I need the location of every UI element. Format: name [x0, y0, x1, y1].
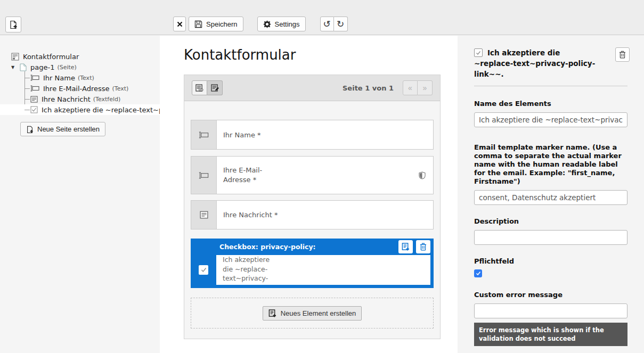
form-structure-sidebar: Kontaktformular ▼ page-1 (Seite) Ihr Nam… — [0, 36, 160, 353]
trash-icon — [619, 51, 626, 59]
element-checkbox-checked[interactable] — [199, 265, 208, 275]
new-page-icon — [26, 126, 34, 133]
delete-element-button[interactable] — [615, 47, 630, 62]
next-page-button[interactable]: » — [418, 80, 433, 95]
description-field-label: Description — [474, 217, 627, 226]
form-element-ihr-name[interactable]: Ihr Name * — [191, 120, 434, 150]
tree-item-type: (Text) — [78, 75, 94, 81]
text-input-icon — [199, 172, 209, 179]
name-field-label: Name des Elements — [474, 100, 627, 108]
tree-item-label: Ihr Name — [43, 74, 75, 82]
element-name-input[interactable] — [474, 112, 627, 127]
tree-item-label: Ihre E-Mail-Adresse — [43, 85, 110, 93]
error-message-field-label: Custom error message — [474, 291, 627, 299]
tree-item-ihr-name[interactable]: Ihr Name (Text) — [0, 72, 160, 83]
text-input-icon — [30, 75, 39, 81]
required-field-label: Pflichtfeld — [474, 257, 627, 266]
form-panel-header: Seite 1 von 1 « » — [184, 75, 440, 101]
element-tree: Kontaktformular ▼ page-1 (Seite) Ihr Nam… — [0, 36, 160, 136]
form-icon — [11, 53, 19, 61]
element-inspector: Ich akzeptiere die ~replace-text~privacy… — [458, 36, 644, 353]
drag-handle[interactable] — [191, 157, 217, 194]
tree-item-ihre-email-adresse[interactable]: Ihre E-Mail-Adresse (Text) — [0, 83, 160, 94]
textarea-icon — [30, 96, 38, 103]
undo-button[interactable]: ↺ — [320, 17, 334, 31]
view-mode-toggle — [192, 80, 223, 95]
page-title: Kontaktformular — [184, 47, 296, 63]
insert-element-button[interactable] — [398, 240, 413, 253]
text-input-icon — [199, 132, 209, 138]
document-pencil-icon — [211, 84, 219, 92]
save-button[interactable]: Speichern — [189, 17, 243, 31]
custom-error-input[interactable] — [474, 303, 627, 318]
tree-item-ihre-nachricht[interactable]: Ihre Nachricht (Textfeld) — [0, 94, 160, 104]
close-icon — [177, 21, 183, 27]
caret-down-icon[interactable]: ▼ — [11, 65, 20, 70]
form-canvas: Kontaktformular Seite 1 von 1 « — [160, 36, 458, 353]
element-preview-text: Ich akzeptiere die ~replace- text~privac… — [216, 255, 430, 285]
tree-children: Ihr Name (Text) Ihre E-Mail-Adresse (Tex… — [0, 72, 160, 115]
tree-item-form-root[interactable]: Kontaktformular — [0, 51, 160, 62]
inspector-header: Ich akzeptiere die ~replace-text~privacy… — [474, 47, 627, 79]
redo-button[interactable]: ↻ — [334, 17, 348, 31]
new-element-button[interactable]: Neues Element erstellen — [263, 306, 362, 321]
tree-item-privacy-checkbox[interactable]: Ich akzeptiere die ~replace-text~privacy… — [0, 104, 160, 115]
element-checked-checkbox[interactable] — [474, 48, 483, 57]
new-form-button[interactable] — [5, 17, 21, 32]
tree-item-page-1[interactable]: ▼ page-1 (Seite) — [0, 62, 160, 72]
required-checkbox-checked[interactable] — [474, 269, 482, 277]
drag-handle[interactable] — [191, 120, 217, 149]
element-label: Ihr Name * — [223, 131, 261, 139]
email-marker-input[interactable] — [474, 190, 627, 205]
gear-icon — [263, 20, 271, 28]
drag-handle[interactable] — [191, 201, 217, 229]
pagination: Seite 1 von 1 « » — [343, 80, 433, 95]
chevron-right-icon: » — [423, 84, 427, 92]
tree-root-label: Kontaktformular — [23, 53, 79, 61]
new-element-icon — [402, 243, 410, 251]
trash-icon — [420, 243, 427, 251]
form-element-ihre-nachricht[interactable]: Ihre Nachricht * — [191, 200, 434, 229]
preview-mode-button[interactable] — [192, 80, 207, 95]
top-toolbar: Speichern Settings ↺ ↻ — [0, 0, 644, 35]
document-eye-icon — [195, 84, 203, 92]
page-indicator: Seite 1 von 1 — [343, 84, 394, 92]
previous-page-button[interactable]: « — [403, 80, 418, 95]
redo-icon: ↻ — [337, 19, 344, 30]
element-label: Ihre Nachricht * — [223, 211, 278, 219]
settings-button[interactable]: Settings — [257, 17, 306, 31]
error-message-tooltip: Error message which is shown if the vali… — [474, 323, 627, 346]
textarea-icon — [200, 211, 208, 219]
form-element-ihre-email[interactable]: Ihre E-Mail-Adresse * — [191, 156, 434, 194]
tree-page-label: page-1 — [30, 63, 54, 71]
tree-item-label: Ihre Nachricht — [42, 95, 91, 103]
save-label: Speichern — [206, 20, 238, 28]
new-element-dropzone[interactable]: Neues Element erstellen — [191, 298, 434, 329]
divider — [474, 86, 627, 86]
undo-redo-group: ↺ ↻ — [320, 17, 348, 31]
chevron-left-icon: « — [408, 84, 412, 92]
tree-page-type: (Seite) — [57, 64, 76, 71]
new-page-icon — [9, 20, 18, 29]
tree-item-type: (Text) — [112, 85, 129, 92]
save-icon — [194, 20, 202, 28]
close-button[interactable] — [173, 17, 186, 31]
new-page-button[interactable]: Neue Seite erstellen — [20, 122, 105, 136]
settings-label: Settings — [275, 20, 300, 28]
element-label: Ihre E-Mail-Adresse * — [223, 166, 283, 185]
new-element-icon — [268, 309, 276, 317]
checkbox-icon — [30, 106, 38, 113]
form-panel: Seite 1 von 1 « » Ihr Name * — [184, 75, 441, 339]
new-page-label: Neue Seite erstellen — [37, 125, 100, 133]
new-element-label: Neues Element erstellen — [281, 309, 356, 317]
page-icon — [20, 63, 27, 71]
marker-field-label: Email template marker name. (Use a comma… — [474, 143, 627, 186]
form-elements-area: Ihr Name * Ihre E-Mail-Adresse * — [184, 101, 440, 329]
delete-element-button[interactable] — [416, 240, 430, 253]
edit-mode-button[interactable] — [207, 80, 223, 95]
shield-icon — [419, 171, 426, 179]
tree-item-label: Ich akzeptiere die ~replace-text~privacy… — [42, 106, 160, 114]
form-element-privacy-checkbox-selected[interactable]: Checkbox: privacy-policy: — [191, 239, 434, 288]
inspector-title: Ich akzeptiere die ~replace-text~privacy… — [474, 48, 595, 78]
description-input[interactable] — [474, 230, 627, 245]
